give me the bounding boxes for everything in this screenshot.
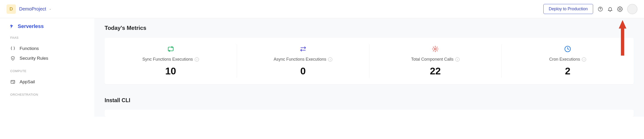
- cli-title: Install CLI: [104, 97, 634, 104]
- settings-button[interactable]: [615, 4, 625, 14]
- svg-point-1: [600, 10, 600, 10]
- cli-card: [104, 110, 634, 117]
- info-icon[interactable]: i: [328, 57, 332, 62]
- metric-label: Async Functions Executions: [274, 57, 326, 62]
- clock-icon: [564, 45, 572, 53]
- svg-point-5: [434, 48, 436, 50]
- metric-component-calls: Total Component Calls i 22: [369, 44, 502, 78]
- main-content: Today's Metrics Sync Functions Execution…: [94, 18, 644, 117]
- metric-value: 0: [300, 66, 306, 77]
- sidebar-item-label: Functions: [20, 46, 39, 51]
- nav-section-faas: FAAS Functions Security Rules: [9, 36, 94, 63]
- project-name-label: DemoProject: [19, 6, 46, 11]
- top-bar: D DemoProject Deploy to Production: [0, 0, 644, 18]
- chevron-down-icon: [49, 8, 52, 11]
- notifications-button[interactable]: [605, 4, 615, 14]
- sync-icon: [167, 45, 174, 53]
- metrics-card: Sync Functions Executions i 10 Async Fun…: [104, 38, 634, 84]
- help-button[interactable]: [596, 4, 605, 14]
- sidebar-item-security-rules[interactable]: Security Rules: [9, 53, 94, 63]
- svg-rect-3: [11, 80, 15, 84]
- appsail-icon: [10, 79, 16, 84]
- brand-label: Serverless: [18, 23, 44, 29]
- async-icon: [299, 45, 307, 53]
- info-icon[interactable]: i: [582, 57, 586, 62]
- sidebar-item-appsail[interactable]: AppSail: [9, 77, 94, 87]
- nav-section-compute: COMPUTE AppSail: [9, 69, 94, 87]
- info-icon[interactable]: i: [455, 57, 460, 62]
- metric-async-functions: Async Functions Executions i 0: [237, 44, 369, 78]
- gear-icon: [617, 6, 623, 12]
- metric-label: Sync Functions Executions: [142, 57, 193, 62]
- brand[interactable]: Serverless: [9, 23, 94, 29]
- deploy-button[interactable]: Deploy to Production: [543, 4, 593, 14]
- gear-metric-icon: [432, 45, 439, 53]
- sidebar-item-functions[interactable]: Functions: [9, 44, 94, 53]
- project-badge: D: [6, 4, 16, 14]
- metric-label: Total Component Calls: [411, 57, 454, 62]
- nav-section-header: ORCHESTRATION: [10, 93, 94, 96]
- shield-icon: [10, 56, 16, 61]
- metric-cron: Cron Executions i 2: [501, 44, 634, 78]
- braces-icon: [10, 46, 16, 51]
- sidebar: Serverless FAAS Functions Security Rules…: [0, 18, 94, 117]
- sidebar-item-label: Security Rules: [20, 56, 48, 61]
- serverless-icon: [9, 23, 15, 29]
- metric-value: 2: [565, 66, 570, 77]
- bell-icon: [607, 6, 613, 12]
- svg-point-2: [619, 8, 621, 9]
- nav-section-header: COMPUTE: [10, 69, 94, 73]
- metrics-title: Today's Metrics: [104, 25, 634, 31]
- nav-section-header: FAAS: [10, 36, 94, 39]
- metric-label: Cron Executions: [549, 57, 580, 62]
- metric-sync-functions: Sync Functions Executions i 10: [104, 44, 237, 78]
- metric-value: 10: [165, 66, 176, 77]
- nav-section-orchestration: ORCHESTRATION: [9, 93, 94, 96]
- help-icon: [598, 6, 603, 12]
- info-icon[interactable]: i: [195, 57, 199, 62]
- metric-value: 22: [430, 66, 441, 77]
- sidebar-item-label: AppSail: [20, 79, 35, 84]
- project-selector[interactable]: DemoProject: [19, 6, 52, 12]
- avatar[interactable]: [627, 4, 638, 14]
